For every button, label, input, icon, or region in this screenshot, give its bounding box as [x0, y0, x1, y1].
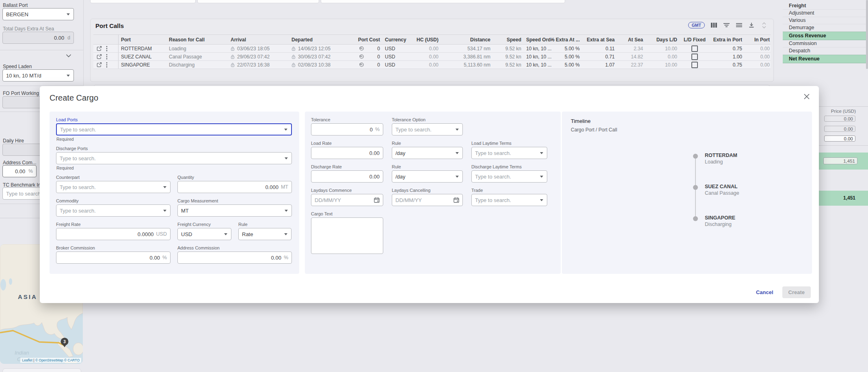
cargo-measurement-select[interactable]: MT	[177, 204, 292, 217]
counterpart-combobox[interactable]	[56, 181, 171, 193]
calendar-icon[interactable]	[453, 197, 459, 203]
table-row[interactable]: ROTTERDAMLoading03/06/23 18:0514/06/23 1…	[93, 45, 771, 53]
tolerance-option-input[interactable]	[392, 127, 456, 133]
table-row[interactable]: SUEZ CANALCanal Passage29/06/23 07:4230/…	[93, 53, 771, 61]
freight-currency-select[interactable]: USD	[177, 228, 231, 240]
col-header-in_port[interactable]: In Port	[745, 37, 772, 43]
address-commission-input[interactable]: 0.00 %	[2, 165, 37, 177]
tolerance-option-combobox[interactable]	[392, 123, 463, 135]
col-header-extra_in_port[interactable]: Extra in Port	[710, 37, 745, 43]
open-in-new-icon[interactable]	[97, 46, 102, 51]
load-laytime-combobox[interactable]	[471, 147, 547, 159]
col-header-reason[interactable]: Reason for Call	[166, 37, 228, 43]
laydays-cancelling-datebox[interactable]	[392, 194, 463, 206]
ballast-port-select[interactable]: BERGEN	[2, 8, 74, 20]
col-header-hc_usd[interactable]: HC (USD)	[408, 37, 441, 43]
quantity-inputbox[interactable]: MT	[177, 181, 292, 193]
col-header-days_ld[interactable]: Days L/D	[646, 37, 680, 43]
laydays-cancelling-input[interactable]	[392, 197, 453, 203]
open-in-new-icon[interactable]	[97, 54, 102, 59]
discharge-rule-select[interactable]: /day	[392, 170, 463, 183]
counterpart-input[interactable]	[56, 184, 163, 190]
history-icon[interactable]	[359, 54, 364, 59]
col-header-at_sea[interactable]: At Sea	[617, 37, 646, 43]
revenue-item-freight[interactable]: Freight	[783, 2, 868, 10]
quantity-input[interactable]	[178, 184, 280, 190]
osm-link[interactable]: © OpenStreetMap	[35, 358, 63, 362]
collapse-chevron-icon[interactable]	[66, 52, 71, 59]
revenue-item-commission[interactable]: Commission	[783, 40, 868, 47]
columns-icon[interactable]	[710, 22, 717, 29]
address-commission-input[interactable]	[178, 255, 283, 261]
leaflet-link[interactable]: Leaflet	[22, 358, 32, 362]
commodity-input[interactable]	[56, 208, 163, 214]
revenue-item-various[interactable]: Various	[783, 17, 868, 24]
revenue-item-net-revenue[interactable]: Net Revenue	[783, 55, 868, 63]
close-icon[interactable]	[803, 92, 811, 101]
kebab-menu-icon[interactable]	[106, 62, 108, 68]
broker-commission-input[interactable]	[56, 255, 162, 261]
col-header-port_cost[interactable]: Port Cost	[356, 37, 382, 43]
download-icon[interactable]	[748, 22, 755, 29]
discharge-laytime-combobox[interactable]	[471, 170, 547, 183]
carto-link[interactable]: © CARTO	[64, 358, 80, 362]
calendar-icon[interactable]	[374, 197, 380, 203]
col-header-currency[interactable]: Currency	[382, 37, 408, 43]
scrollbar[interactable]	[866, 0, 868, 69]
col-header-port[interactable]: Port	[119, 37, 166, 43]
load-rate-input[interactable]	[311, 150, 383, 156]
open-in-new-icon[interactable]	[97, 62, 102, 67]
trade-combobox[interactable]	[471, 194, 547, 206]
price-input[interactable]	[824, 135, 855, 142]
col-header-pct_extra_at[interactable]: % Extra At ...	[551, 37, 582, 43]
discharge-rate-input[interactable]	[311, 174, 383, 180]
col-header-arrival[interactable]: Arrival	[228, 37, 289, 43]
cancel-button[interactable]: Cancel	[756, 289, 773, 295]
laydays-commence-datebox[interactable]	[311, 194, 383, 206]
history-icon[interactable]	[359, 62, 364, 67]
cargo-text-input[interactable]	[311, 217, 383, 254]
load-laytime-input[interactable]	[472, 150, 540, 156]
gross-revenue-input[interactable]	[823, 157, 857, 164]
kebab-menu-icon[interactable]	[106, 54, 108, 60]
revenue-item-adjustment[interactable]: Adjustment	[783, 10, 868, 17]
col-header-speed[interactable]: Speed	[493, 37, 524, 43]
tolerance-inputbox[interactable]: %	[311, 123, 383, 135]
trade-input[interactable]	[472, 197, 540, 203]
load-rule-select[interactable]: /day	[392, 147, 463, 159]
col-header-departed[interactable]: Departed	[289, 37, 356, 43]
freight-rule-select[interactable]: Rate	[238, 228, 291, 240]
gmt-toggle[interactable]: GMT	[688, 22, 705, 28]
col-header-ld_fixed[interactable]: L/D Fixed	[680, 37, 710, 43]
speed-laden-select[interactable]: 10 kn, 10 MT/d	[2, 69, 74, 82]
load-ports-combobox[interactable]	[56, 123, 292, 135]
broker-commission-inputbox[interactable]: %	[56, 252, 171, 264]
discharge-ports-input[interactable]	[56, 155, 285, 161]
ld-fixed-checkbox[interactable]	[691, 54, 698, 60]
revenue-item-gross-revenue[interactable]: Gross Revenue	[783, 32, 868, 40]
ld-fixed-checkbox[interactable]	[691, 62, 698, 68]
freight-rate-inputbox[interactable]: USD	[56, 228, 171, 240]
laydays-commence-input[interactable]	[311, 197, 374, 203]
ld-fixed-checkbox[interactable]	[691, 45, 698, 52]
price-input[interactable]	[824, 116, 855, 122]
revenue-item-demurrage[interactable]: Demurrage	[783, 24, 868, 32]
load-rate-inputbox[interactable]	[311, 147, 383, 159]
menu-icon[interactable]	[735, 22, 743, 29]
kebab-menu-icon[interactable]	[106, 46, 108, 52]
tolerance-input[interactable]	[311, 127, 374, 133]
discharge-laytime-input[interactable]	[472, 174, 540, 180]
price-input[interactable]	[824, 126, 855, 132]
unfold-icon[interactable]	[760, 22, 768, 29]
create-button[interactable]: Create	[782, 286, 811, 298]
history-icon[interactable]	[359, 46, 364, 51]
filter-icon[interactable]	[723, 22, 730, 29]
freight-rate-input[interactable]	[56, 231, 155, 237]
commodity-combobox[interactable]	[56, 204, 171, 217]
address-commission-inputbox[interactable]: %	[177, 252, 292, 264]
discharge-rate-inputbox[interactable]	[311, 170, 383, 183]
revenue-item-despatch[interactable]: Despatch	[783, 47, 868, 55]
load-ports-input[interactable]	[57, 127, 284, 133]
col-header-distance[interactable]: Distance	[441, 37, 493, 43]
col-header-speed_order[interactable]: Speed Order	[524, 37, 551, 43]
